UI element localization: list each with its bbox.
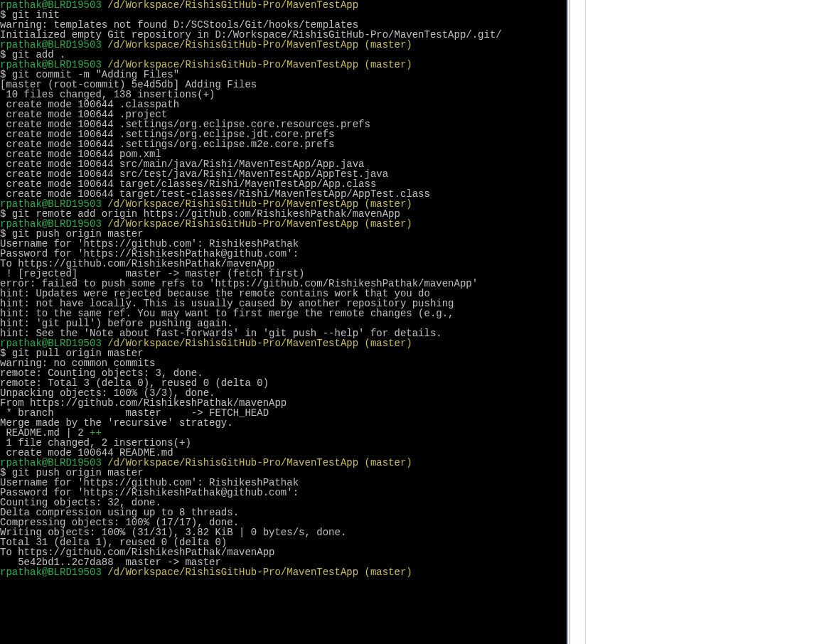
terminal-line: create mode 100644 README.md — [0, 448, 567, 458]
prompt-path: /d/Workspace/RishisGitHub-Pro/MavenTestA… — [102, 0, 358, 11]
terminal-line: create mode 100644 .settings/org.eclipse… — [0, 129, 567, 139]
prompt-user: rpathak@BLRD19503 — [0, 567, 102, 578]
terminal-line: rpathak@BLRD19503 /d/Workspace/RishisGit… — [0, 40, 567, 50]
terminal-line: 5e42bd1..2c7da88 master -> master — [0, 557, 567, 567]
terminal-line: $ git pull origin master — [0, 348, 567, 358]
terminal-line: Delta compression using up to 8 threads. — [0, 508, 567, 517]
scrollbar-gutter — [569, 0, 586, 644]
terminal-line: create mode 100644 target/test-classes/R… — [0, 189, 567, 199]
terminal-line: rpathak@BLRD19503 /d/Workspace/RishisGit… — [0, 338, 567, 348]
terminal-line: hint: 'git pull') before pushing again. — [0, 318, 567, 328]
terminal-line: rpathak@BLRD19503 /d/Workspace/RishisGit… — [0, 199, 567, 209]
terminal-line: From https://github.com/RishikeshPathak/… — [0, 398, 567, 408]
terminal-line: create mode 100644 .settings/org.eclipse… — [0, 119, 567, 129]
terminal-line: To https://github.com/RishikeshPathak/ma… — [0, 547, 567, 557]
terminal-line: $ git remote add origin https://github.c… — [0, 209, 567, 219]
terminal-line: hint: not have locally. This is usually … — [0, 299, 567, 308]
terminal-line: create mode 100644 .project — [0, 109, 567, 119]
terminal-line: $ git add . — [0, 50, 567, 60]
terminal-output[interactable]: rpathak@BLRD19503 /d/Workspace/RishisGit… — [0, 0, 567, 577]
terminal-line: Total 31 (delta 1), reused 0 (delta 0) — [0, 537, 567, 547]
terminal-line: 10 files changed, 138 insertions(+) — [0, 90, 567, 100]
terminal-line: Initialized empty Git repository in D:/W… — [0, 30, 567, 40]
terminal-line: hint: to the same ref. You may want to f… — [0, 308, 567, 318]
terminal-line: To https://github.com/RishikeshPathak/ma… — [0, 259, 567, 269]
terminal-line: create mode 100644 pom.xml — [0, 149, 567, 159]
prompt-path: /d/Workspace/RishisGitHub-Pro/MavenTestA… — [102, 457, 412, 468]
terminal-line: $ git push origin master — [0, 468, 567, 478]
terminal-line: rpathak@BLRD19503 /d/Workspace/RishisGit… — [0, 219, 567, 229]
terminal-line: Username for 'https://github.com': Rishi… — [0, 478, 567, 488]
prompt-path: /d/Workspace/RishisGitHub-Pro/MavenTestA… — [102, 567, 412, 578]
terminal-line: hint: Updates were rejected because the … — [0, 289, 567, 299]
terminal-line: create mode 100644 src/test/java/Rishi/M… — [0, 169, 567, 179]
terminal-line: rpathak@BLRD19503 /d/Workspace/RishisGit… — [0, 567, 567, 577]
terminal-line: Unpacking objects: 100% (3/3), done. — [0, 388, 567, 398]
terminal-line: Merge made by the 'recursive' strategy. — [0, 418, 567, 428]
terminal-line: remote: Total 3 (delta 0), reused 0 (del… — [0, 378, 567, 388]
terminal-line: remote: Counting objects: 3, done. — [0, 368, 567, 378]
terminal-line: ! [rejected] master -> master (fetch fir… — [0, 269, 567, 279]
terminal-line: create mode 100644 src/main/java/Rishi/M… — [0, 159, 567, 169]
prompt-path: /d/Workspace/RishisGitHub-Pro/MavenTestA… — [102, 218, 412, 230]
terminal-line: Compressing objects: 100% (17/17), done. — [0, 517, 567, 527]
terminal-line: README.md | 2 ++ — [0, 428, 567, 438]
terminal-line: rpathak@BLRD19503 /d/Workspace/RishisGit… — [0, 458, 567, 468]
prompt-path: /d/Workspace/RishisGitHub-Pro/MavenTestA… — [102, 39, 412, 50]
terminal-line: $ git commit -m "Adding Files" — [0, 70, 567, 80]
prompt-path: /d/Workspace/RishisGitHub-Pro/MavenTestA… — [102, 338, 412, 349]
terminal-line: create mode 100644 target/classes/Rishi/… — [0, 179, 567, 189]
terminal-line: rpathak@BLRD19503 /d/Workspace/RishisGit… — [0, 0, 567, 10]
terminal-line: Password for 'https://RishikeshPathak@gi… — [0, 488, 567, 498]
terminal-line: Counting objects: 32, done. — [0, 498, 567, 508]
terminal-line: error: failed to push some refs to 'http… — [0, 279, 567, 289]
terminal-line: hint: See the 'Note about fast-forwards'… — [0, 328, 567, 338]
terminal-line: [master (root-commit) 5e4d5db] Adding Fi… — [0, 80, 567, 90]
terminal-line: * branch master -> FETCH_HEAD — [0, 408, 567, 418]
terminal-line: 1 file changed, 2 insertions(+) — [0, 438, 567, 448]
terminal-line: warning: no common commits — [0, 358, 567, 368]
terminal-line: $ git push origin master — [0, 229, 567, 239]
terminal-line: Password for 'https://RishikeshPathak@gi… — [0, 249, 567, 259]
terminal-line: rpathak@BLRD19503 /d/Workspace/RishisGit… — [0, 60, 567, 70]
terminal-line: create mode 100644 .settings/org.eclipse… — [0, 139, 567, 149]
terminal-line: Writing objects: 100% (31/31), 3.82 KiB … — [0, 527, 567, 537]
terminal-line: create mode 100644 .classpath — [0, 100, 567, 109]
terminal-line: $ git init — [0, 10, 567, 20]
terminal-window[interactable]: rpathak@BLRD19503 /d/Workspace/RishisGit… — [0, 0, 568, 644]
terminal-line: warning: templates not found D:/SCStools… — [0, 20, 567, 30]
terminal-line: Username for 'https://github.com': Rishi… — [0, 239, 567, 249]
